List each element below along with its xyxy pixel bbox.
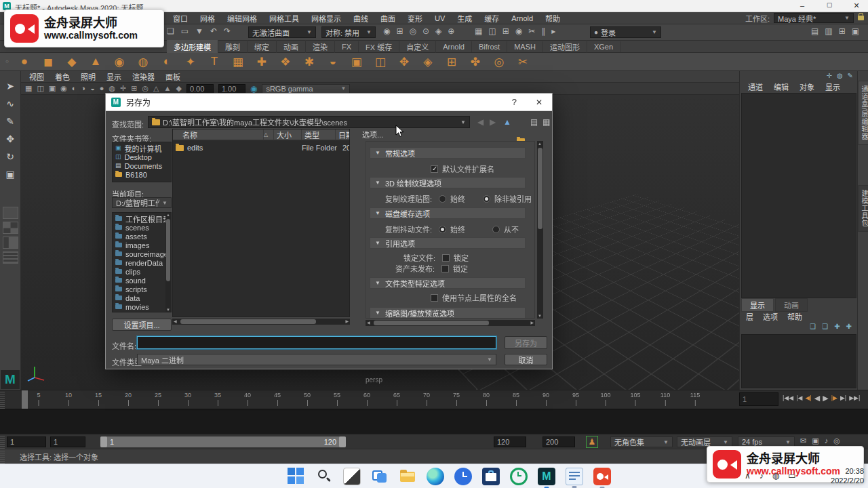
default-ext-checkbox[interactable] (431, 165, 438, 173)
column-name[interactable]: 名称 (173, 129, 264, 140)
exposure-field[interactable]: 0.00 (186, 84, 214, 94)
tool-button[interactable]: ▣ (2, 165, 19, 182)
menu-item[interactable]: Arnold (505, 13, 539, 24)
menu-item[interactable]: 网格 (194, 12, 221, 25)
viewport-toolbar-icon[interactable]: ◒ (90, 85, 95, 92)
menu-item[interactable]: 曲面 (374, 12, 401, 25)
signin-dropdown[interactable]: ●登录▼ (590, 26, 661, 38)
layer-menu-item[interactable]: 帮助 (783, 310, 807, 323)
new-layer-icon[interactable]: ❑ (822, 323, 828, 330)
shelf-tool-icon[interactable]: ✦ (180, 55, 201, 69)
render-icon[interactable]: ▦ (475, 27, 482, 35)
shelf-tab[interactable]: XGen (587, 41, 620, 52)
shelf-tool-icon[interactable]: ◆ (62, 55, 82, 69)
panel-menu-item[interactable]: 显示 (101, 71, 127, 83)
project-folder-item[interactable]: renderData (113, 258, 171, 267)
menu-item[interactable]: UV (429, 13, 451, 24)
shelf-tab[interactable]: MASH (507, 41, 543, 52)
project-folder-item[interactable]: movies (113, 302, 171, 311)
snap-icon[interactable]: ◈ (435, 27, 441, 35)
step-back-key-button[interactable]: ◀| (804, 393, 812, 403)
play-forwards-button[interactable]: ▶ (822, 393, 829, 403)
tray-icon[interactable]: ∧ (745, 471, 751, 481)
filename-input[interactable] (137, 336, 496, 349)
panel-menu-item[interactable]: 面板 (160, 71, 186, 83)
shelf-tool-icon[interactable]: ◼ (38, 55, 58, 69)
toolbar-icon[interactable]: ↷ (224, 27, 231, 35)
column-size[interactable]: 大小 (273, 129, 302, 140)
screen-recorder-app-icon[interactable] (593, 468, 611, 485)
sidebar-toggle-icon[interactable]: ▥ (825, 27, 832, 35)
look-in-path[interactable]: D:\蓝智明工作室\我的maya工程文件夹\水壶模型\scenes ▼ (148, 116, 470, 128)
playback-option-icon[interactable]: ♪ (825, 437, 829, 445)
range-handle-start[interactable] (100, 436, 107, 447)
tool-button[interactable]: ∿ (2, 95, 19, 112)
playback-option-icon[interactable]: ◎ (833, 437, 840, 445)
start-button-icon[interactable] (288, 468, 305, 485)
column-date[interactable]: 日期修 (336, 129, 349, 140)
save-button[interactable]: 另存为 (505, 336, 547, 349)
tool-button[interactable]: ✎ (2, 113, 19, 129)
viewport-toolbar-icon[interactable]: ◍ (108, 85, 115, 92)
timeline-ruler[interactable]: 5101520253035404550556065707580859095100… (5, 390, 736, 409)
snap-icon[interactable]: ◎ (410, 27, 416, 35)
section-paint-textures[interactable]: ▼3D 绘制纹理选项 (370, 177, 526, 188)
file-row[interactable]: edits File Folder 2022/2/2 (173, 142, 349, 153)
snap-icon[interactable]: ⊕ (448, 27, 454, 35)
shelf-tool-icon[interactable]: ● (14, 55, 35, 68)
shelf-tab[interactable]: 雕刻 (218, 40, 248, 54)
shelf-tool-icon[interactable]: ◍ (133, 55, 153, 69)
tab-modeling-toolkit[interactable]: 建模工具包 (858, 185, 868, 232)
section-disk-cache[interactable]: ▼磁盘缓存选项 (370, 207, 526, 219)
project-folder-item[interactable]: sound (113, 276, 171, 285)
list-view-icon[interactable]: ▤ (530, 118, 538, 126)
sort-asc-icon[interactable]: △ (264, 131, 273, 138)
range-slider[interactable]: 1 120 (100, 436, 346, 447)
panel-menu-item[interactable]: 视图 (24, 71, 50, 83)
shelf-tool-icon[interactable]: ◈ (418, 55, 438, 69)
bookmark-desktop[interactable]: ◫Desktop (113, 152, 171, 161)
shelf-tab[interactable]: 动画 (277, 40, 306, 54)
sidebar-toggle-icon[interactable]: ▣ (852, 27, 859, 35)
viewport-toolbar-icon[interactable]: ▦ (25, 85, 32, 92)
clock-app-icon[interactable] (454, 468, 472, 485)
layout-four-pane-button[interactable] (3, 222, 18, 234)
current-project-dropdown[interactable]: D:/蓝智明工作室/1▼ (112, 197, 172, 208)
viewport-toolbar-icon[interactable]: ✛ (120, 85, 126, 92)
panel-menu-item[interactable]: 着色 (50, 71, 75, 83)
shelf-tab[interactable]: FX (335, 41, 359, 52)
command-line[interactable] (0, 409, 868, 434)
asset-lock-checkbox[interactable] (441, 265, 449, 272)
up-folder-icon[interactable]: ▲ (503, 118, 511, 126)
viewport-toolbar-icon[interactable]: ◆ (176, 85, 181, 92)
tool-button[interactable]: ↻ (2, 148, 19, 165)
tray-icon[interactable]: ▭ (788, 471, 795, 481)
shelf-tool-icon[interactable]: ▣ (347, 55, 367, 69)
tray-icon[interactable]: ◍ (772, 471, 779, 481)
project-folder-item[interactable]: images (113, 241, 171, 249)
workspace-selector[interactable]: Maya 经典*▼ (774, 13, 854, 23)
drag-handle[interactable] (0, 390, 5, 409)
jiggle-never-radio[interactable] (492, 226, 500, 233)
shelf-tool-icon[interactable]: ◒ (323, 55, 343, 68)
project-folder-item[interactable]: scenes (113, 223, 171, 232)
viewport-toolbar-icon[interactable]: ◐ (72, 85, 77, 92)
layer-menu-item[interactable]: 层 (741, 310, 758, 323)
layout-outliner-button[interactable] (3, 251, 18, 264)
anim-start-field[interactable]: 1 (50, 436, 85, 447)
project-folder-item[interactable]: 工作区根目录 (113, 214, 171, 223)
viewport-toolbar-icon[interactable]: ● (100, 85, 104, 92)
shelf-tool-icon[interactable]: ▲ (85, 55, 106, 68)
bookmark-folder[interactable]: B6180 (113, 170, 171, 179)
menu-item[interactable]: 编辑网格 (221, 12, 263, 25)
playback-option-icon[interactable]: ▣ (812, 437, 818, 445)
playback-option-icon[interactable]: ✉ (800, 437, 806, 445)
textures-always-radio[interactable] (439, 195, 446, 203)
layer-menu-item[interactable]: 选项 (758, 310, 783, 323)
step-back-frame-button[interactable]: |◀ (795, 393, 803, 403)
search-icon[interactable] (315, 468, 333, 485)
sidebar-toggle-icon[interactable]: ▤ (811, 27, 818, 35)
maya-taskbar-icon[interactable]: M (538, 468, 555, 485)
layout-single-button[interactable] (3, 207, 18, 219)
manipulator-icon[interactable]: ◍ (837, 73, 843, 79)
